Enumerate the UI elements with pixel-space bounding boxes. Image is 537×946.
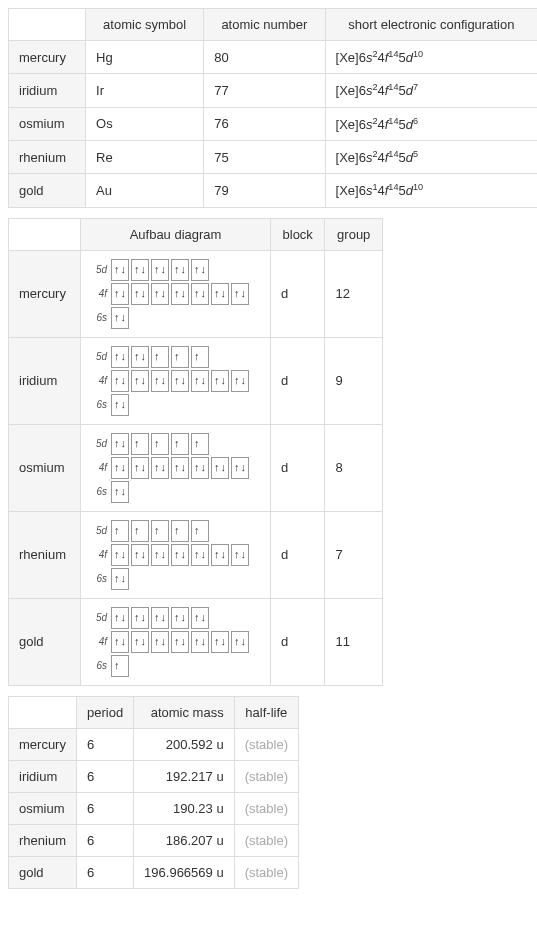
orbital-box: ↑↓ bbox=[131, 346, 149, 368]
electron-config: [Xe]6s24f145d5 bbox=[325, 140, 537, 173]
element-name: mercury bbox=[9, 728, 77, 760]
element-name: rhenium bbox=[9, 140, 86, 173]
orbital-box: ↑↓ bbox=[171, 544, 189, 566]
orbital-box: ↑↓ bbox=[151, 631, 169, 653]
orbital-box: ↑↓ bbox=[231, 631, 249, 653]
orbital-box: ↑↓ bbox=[111, 544, 129, 566]
aufbau-diagram: 5d↑↓↑↓↑↓↑↓↑↓4f↑↓↑↓↑↓↑↓↑↓↑↓↑↓6s↑ bbox=[81, 598, 271, 685]
aufbau-subshell-row: 5d↑↓↑↑↑↑ bbox=[89, 433, 262, 455]
atomic-symbol: Ir bbox=[86, 74, 204, 107]
orbital-box: ↑↓ bbox=[111, 259, 129, 281]
header-block: block bbox=[270, 218, 324, 250]
element-name: iridium bbox=[9, 337, 81, 424]
aufbau-diagram: 5d↑↑↑↑↑4f↑↓↑↓↑↓↑↓↑↓↑↓↑↓6s↑↓ bbox=[81, 511, 271, 598]
block: d bbox=[270, 250, 324, 337]
table-row: iridium5d↑↓↑↓↑↑↑4f↑↓↑↓↑↓↑↓↑↓↑↓↑↓6s↑↓d9 bbox=[9, 337, 383, 424]
subshell-label: 4f bbox=[89, 462, 107, 473]
element-name: gold bbox=[9, 598, 81, 685]
subshell-label: 4f bbox=[89, 636, 107, 647]
atomic-symbol: Re bbox=[86, 140, 204, 173]
header-symbol: atomic symbol bbox=[86, 9, 204, 41]
table-row: gold6196.966569 u(stable) bbox=[9, 856, 299, 888]
orbital-box: ↑↓ bbox=[171, 607, 189, 629]
orbital-box: ↑↓ bbox=[231, 370, 249, 392]
orbital-box: ↑↓ bbox=[231, 457, 249, 479]
period: 6 bbox=[76, 824, 133, 856]
orbital-box: ↑↓ bbox=[111, 433, 129, 455]
aufbau-subshell-row: 4f↑↓↑↓↑↓↑↓↑↓↑↓↑↓ bbox=[89, 631, 262, 653]
orbital-box: ↑↓ bbox=[111, 370, 129, 392]
element-name: iridium bbox=[9, 74, 86, 107]
atomic-number: 79 bbox=[204, 174, 325, 207]
electron-config: [Xe]6s24f145d6 bbox=[325, 107, 537, 140]
subshell-label: 6s bbox=[89, 573, 107, 584]
orbital-box: ↑↓ bbox=[211, 631, 229, 653]
orbital-box: ↑↓ bbox=[191, 607, 209, 629]
orbital-box: ↑↓ bbox=[191, 631, 209, 653]
half-life: (stable) bbox=[234, 792, 298, 824]
atomic-mass: 186.207 u bbox=[134, 824, 235, 856]
atomic-mass: 196.966569 u bbox=[134, 856, 235, 888]
table-header-row: atomic symbol atomic number short electr… bbox=[9, 9, 538, 41]
orbital-box: ↑↓ bbox=[131, 370, 149, 392]
group: 8 bbox=[325, 424, 383, 511]
orbital-box: ↑↓ bbox=[131, 631, 149, 653]
table-row: rheniumRe75[Xe]6s24f145d5 bbox=[9, 140, 538, 173]
orbital-box: ↑↓ bbox=[171, 283, 189, 305]
element-name: iridium bbox=[9, 760, 77, 792]
orbital-box: ↑↓ bbox=[111, 568, 129, 590]
aufbau-subshell-row: 5d↑↑↑↑↑ bbox=[89, 520, 262, 542]
header-empty bbox=[9, 9, 86, 41]
orbital-box: ↑↓ bbox=[111, 631, 129, 653]
period: 6 bbox=[76, 760, 133, 792]
orbital-box: ↑↓ bbox=[151, 283, 169, 305]
half-life: (stable) bbox=[234, 856, 298, 888]
orbital-box: ↑ bbox=[171, 520, 189, 542]
orbital-box: ↑↓ bbox=[111, 307, 129, 329]
table-row: mercuryHg80[Xe]6s24f145d10 bbox=[9, 41, 538, 74]
electron-config: [Xe]6s24f145d7 bbox=[325, 74, 537, 107]
header-number: atomic number bbox=[204, 9, 325, 41]
orbital-box: ↑↓ bbox=[171, 631, 189, 653]
orbital-box: ↑↓ bbox=[171, 259, 189, 281]
aufbau-subshell-row: 5d↑↓↑↓↑↑↑ bbox=[89, 346, 262, 368]
orbital-box: ↑ bbox=[191, 346, 209, 368]
orbital-box: ↑↓ bbox=[191, 457, 209, 479]
orbital-box: ↑↓ bbox=[131, 457, 149, 479]
period: 6 bbox=[76, 728, 133, 760]
table-row: mercury6200.592 u(stable) bbox=[9, 728, 299, 760]
aufbau-subshell-row: 4f↑↓↑↓↑↓↑↓↑↓↑↓↑↓ bbox=[89, 370, 262, 392]
header-empty bbox=[9, 218, 81, 250]
orbital-box: ↑↓ bbox=[231, 283, 249, 305]
block: d bbox=[270, 511, 324, 598]
orbital-box: ↑ bbox=[151, 433, 169, 455]
orbital-box: ↑↓ bbox=[131, 607, 149, 629]
group: 12 bbox=[325, 250, 383, 337]
electron-config: [Xe]6s14f145d10 bbox=[325, 174, 537, 207]
table-header-row: Aufbau diagram block group bbox=[9, 218, 383, 250]
orbital-box: ↑↓ bbox=[131, 259, 149, 281]
orbital-box: ↑↓ bbox=[171, 370, 189, 392]
orbital-box: ↑↓ bbox=[111, 346, 129, 368]
table-row: rhenium6186.207 u(stable) bbox=[9, 824, 299, 856]
header-config: short electronic configuration bbox=[325, 9, 537, 41]
subshell-label: 5d bbox=[89, 612, 107, 623]
orbital-box: ↑↓ bbox=[111, 457, 129, 479]
table-header-row: period atomic mass half-life bbox=[9, 696, 299, 728]
orbital-box: ↑↓ bbox=[211, 457, 229, 479]
orbital-box: ↑↓ bbox=[151, 259, 169, 281]
electron-config: [Xe]6s24f145d10 bbox=[325, 41, 537, 74]
group: 11 bbox=[325, 598, 383, 685]
subshell-label: 5d bbox=[89, 264, 107, 275]
aufbau-subshell-row: 6s↑↓ bbox=[89, 394, 262, 416]
table-row: iridium6192.217 u(stable) bbox=[9, 760, 299, 792]
orbital-box: ↑↓ bbox=[151, 607, 169, 629]
subshell-label: 4f bbox=[89, 375, 107, 386]
atomic-number: 77 bbox=[204, 74, 325, 107]
aufbau-subshell-row: 6s↑↓ bbox=[89, 568, 262, 590]
aufbau-subshell-row: 4f↑↓↑↓↑↓↑↓↑↓↑↓↑↓ bbox=[89, 457, 262, 479]
atomic-symbol: Hg bbox=[86, 41, 204, 74]
orbital-box: ↑ bbox=[171, 433, 189, 455]
header-halflife: half-life bbox=[234, 696, 298, 728]
aufbau-subshell-row: 6s↑ bbox=[89, 655, 262, 677]
